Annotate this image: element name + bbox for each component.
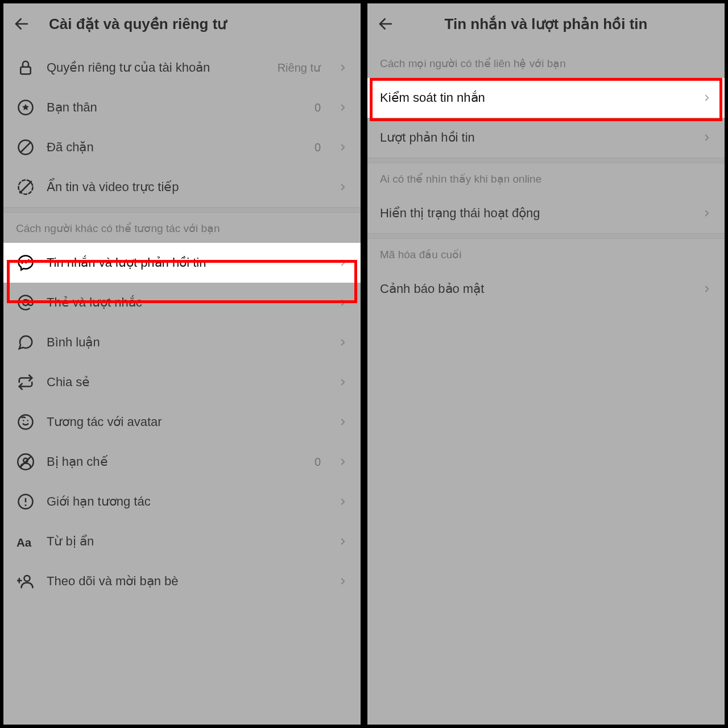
svg-rect-1 <box>20 67 31 75</box>
row-story-replies[interactable]: Lượt phản hồi tin <box>367 118 725 158</box>
comment-icon <box>16 333 35 352</box>
row-label: Ẩn tin và video trực tiếp <box>47 180 326 195</box>
divider <box>3 207 361 213</box>
row-close-friends[interactable]: Bạn thân 0 <box>3 88 361 127</box>
chevron-right-icon <box>338 182 348 192</box>
header-left: Cài đặt và quyền riêng tư <box>3 3 361 48</box>
row-messages-replies[interactable]: Tin nhắn và lượt phản hồi tin <box>3 243 361 283</box>
chevron-right-icon <box>338 576 348 586</box>
row-activity-status[interactable]: Hiển thị trạng thái hoạt động <box>367 193 725 233</box>
row-security-alerts[interactable]: Cảnh báo bảo mật <box>367 269 725 309</box>
section-header-interact: Cách người khác có thể tương tác với bạn <box>3 213 361 243</box>
header-right: Tin nhắn và lượt phản hồi tin <box>367 3 725 48</box>
chevron-right-icon <box>338 297 348 308</box>
chevron-right-icon <box>338 258 348 268</box>
svg-point-10 <box>27 420 29 421</box>
chevron-right-icon <box>338 142 348 152</box>
row-label: Thẻ và lượt nhắc <box>47 295 326 310</box>
row-label: Chia sẻ <box>47 375 326 390</box>
divider <box>367 158 725 163</box>
row-sharing[interactable]: Chia sẻ <box>3 362 361 402</box>
row-label: Bình luận <box>47 335 326 350</box>
row-account-privacy[interactable]: Quyền riêng tư của tài khoản Riêng tư <box>3 48 361 88</box>
row-label: Bạn thân <box>47 100 303 115</box>
row-hide-story[interactable]: Ẩn tin và video trực tiếp <box>3 167 361 207</box>
svg-line-6 <box>20 181 31 193</box>
chevron-right-icon <box>338 102 348 113</box>
section-header-online: Ai có thể nhìn thấy khi bạn online <box>367 163 725 193</box>
right-panel: Tin nhắn và lượt phản hồi tin Cách mọi n… <box>364 0 728 728</box>
row-blocked[interactable]: Đã chặn 0 <box>3 127 361 167</box>
chevron-right-icon <box>702 208 712 218</box>
row-tags-mentions[interactable]: Thẻ và lượt nhắc <box>3 283 361 322</box>
row-label: Quyền riêng tư của tài khoản <box>47 60 266 75</box>
text-icon: Aa <box>16 532 35 551</box>
row-label: Bị hạn chế <box>47 454 303 469</box>
chevron-right-icon <box>702 93 712 103</box>
row-value: 0 <box>315 141 321 154</box>
divider <box>367 233 725 239</box>
row-label: Hiển thị trạng thái hoạt động <box>380 206 690 221</box>
row-message-controls[interactable]: Kiểm soát tin nhắn <box>367 78 725 118</box>
chevron-right-icon <box>702 284 712 294</box>
chevron-right-icon <box>338 63 348 73</box>
row-value: Riêng tư <box>278 61 321 75</box>
row-label: Theo dõi và mời bạn bè <box>47 574 326 589</box>
svg-point-9 <box>23 420 24 421</box>
star-circle-icon <box>16 98 35 117</box>
section-header-contact: Cách mọi người có thể liên hệ với bạn <box>367 48 725 78</box>
page-title-left: Cài đặt và quyền riêng tư <box>49 15 353 33</box>
row-limit-interactions[interactable]: Giới hạn tương tác <box>3 482 361 522</box>
row-comments[interactable]: Bình luận <box>3 322 361 362</box>
page-title-right: Tin nhắn và lượt phản hồi tin <box>375 15 717 33</box>
left-panel: Cài đặt và quyền riêng tư Quyền riêng tư… <box>0 0 364 728</box>
row-value: 0 <box>315 101 321 114</box>
row-follow-invite[interactable]: Theo dõi và mời bạn bè <box>3 561 361 601</box>
svg-point-7 <box>23 300 28 305</box>
chevron-right-icon <box>338 457 348 467</box>
share-icon <box>16 373 35 392</box>
restricted-icon <box>16 452 35 471</box>
svg-point-18 <box>24 576 30 581</box>
chevron-right-icon <box>338 377 348 387</box>
chevron-right-icon <box>338 536 348 547</box>
add-person-icon <box>16 572 35 591</box>
row-label: Cảnh báo bảo mật <box>380 282 690 296</box>
row-label: Tin nhắn và lượt phản hồi tin <box>47 255 326 270</box>
svg-text:Aa: Aa <box>16 536 32 549</box>
row-avatar-interactions[interactable]: Tương tác với avatar <box>3 402 361 442</box>
chevron-right-icon <box>338 417 348 427</box>
at-icon <box>16 293 35 312</box>
chevron-right-icon <box>338 337 348 348</box>
lock-icon <box>16 58 35 77</box>
limits-icon <box>16 492 35 511</box>
chevron-right-icon <box>702 133 712 143</box>
row-label: Kiểm soát tin nhắn <box>380 90 690 105</box>
row-label: Giới hạn tương tác <box>47 494 326 509</box>
row-hidden-words[interactable]: Aa Từ bị ẩn <box>3 522 361 561</box>
block-icon <box>16 138 35 157</box>
row-restricted[interactable]: Bị hạn chế 0 <box>3 442 361 482</box>
back-arrow-icon[interactable] <box>11 14 32 34</box>
chevron-right-icon <box>338 497 348 507</box>
row-label: Lượt phản hồi tin <box>380 130 690 145</box>
hide-story-icon <box>16 177 35 197</box>
row-label: Tương tác với avatar <box>47 415 326 429</box>
avatar-icon <box>16 412 35 432</box>
svg-line-4 <box>20 142 31 152</box>
svg-point-16 <box>25 504 27 506</box>
messenger-icon <box>16 253 35 272</box>
section-header-encryption: Mã hóa đầu cuối <box>367 239 725 269</box>
row-value: 0 <box>315 456 321 469</box>
row-label: Từ bị ẩn <box>47 534 326 549</box>
row-label: Đã chặn <box>47 140 303 155</box>
